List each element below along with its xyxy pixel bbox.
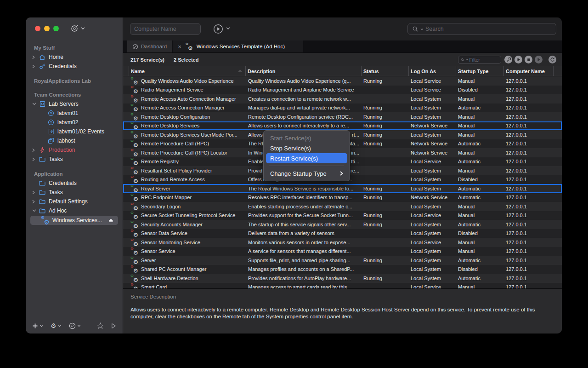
chevron-down-icon [81,27,85,30]
service-computer-name: 127.0.0.1 [504,266,554,272]
close-window-button[interactable] [35,26,40,31]
table-row[interactable]: ⚙⚙ Shell Hardware Detection Provides not… [123,274,562,283]
service-computer-name: 127.0.0.1 [504,78,554,84]
table-row[interactable]: ⚙⚙ Remote Access Auto Connection Manager… [123,94,562,104]
table-row[interactable]: ⚙⚙ Royal Server The Royal Windows Servic… [123,184,562,193]
column-header-status[interactable]: Status [362,66,409,76]
table-row[interactable]: ⚙⚙ Security Accounts Manager The startup… [123,220,562,229]
service-startup-type: Manual [456,168,504,173]
sidebar-item-labhost[interactable]: labhost [26,136,123,145]
table-row[interactable]: ⚙⚙ Server Supports file, print, and name… [123,256,562,265]
chevron-down-icon[interactable] [32,103,39,105]
column-header-name[interactable]: Name [129,66,246,76]
menu-item-change-startup-type[interactable]: Change Startup Type [264,168,350,178]
computer-name-combobox[interactable] [130,23,201,35]
table-row[interactable]: ⚙⚙ Sensor Data Service Delivers data fro… [123,229,562,238]
service-startup-type: Manual [456,213,504,218]
table-row[interactable]: ⚙⚙ Sensor Service A service for sensors … [123,247,562,256]
eject-icon[interactable] [108,218,113,223]
sync-button[interactable] [69,322,81,329]
service-startup-type: Automatic [456,159,504,164]
execute-button[interactable] [213,24,223,34]
table-row[interactable]: ⚙⚙ Remote Access Connection Manager Mana… [123,104,562,113]
table-row[interactable]: ⚙⚙ Secure Socket Tunneling Protocol Serv… [123,211,562,220]
settings-button[interactable]: ⚙ [51,322,62,329]
service-startup-type: Automatic [456,222,504,227]
menu-item-start-service: Start Service(s) [264,133,350,143]
computer-name-input[interactable] [130,23,201,34]
chevron-right-icon[interactable] [32,64,39,69]
sidebar-item-labvm02[interactable]: labvm02 [26,118,123,127]
table-row[interactable]: ⚙⚙ Radio Management Service Radio Manage… [123,86,562,95]
service-description-fragment: in... [351,150,359,155]
chevron-right-icon[interactable] [32,200,39,204]
sidebar-item-tasks[interactable]: Tasks [26,155,123,164]
table-row[interactable]: ⚙⚙ Smart Card Manages access to smart ca… [123,283,562,289]
play-icon [537,58,541,62]
start-service-button[interactable] [535,56,543,63]
chevron-right-icon[interactable] [32,190,39,195]
chevron-right-icon[interactable] [32,55,39,59]
run-play-icon[interactable] [111,323,116,329]
filter-box[interactable] [458,56,501,64]
sidebar-item-home[interactable]: Home [26,52,123,62]
close-tab-icon[interactable]: × [178,43,181,50]
refresh-icon [550,57,555,62]
service-status: Running [362,141,409,146]
sidebar-item-production[interactable]: Production [26,145,123,155]
sidebar-item-windows-services-selected[interactable]: ⚙⚙ Windows Services... [30,216,118,225]
service-description: Remote Desktop Configuration service (RD… [248,114,353,120]
chevron-down-icon[interactable] [32,209,39,212]
connect-menu-button[interactable] [71,24,85,32]
table-row[interactable]: ⚙⚙ Remote Desktop Configuration Remote D… [123,112,562,121]
service-gear-icon: ⚙⚙ [131,248,138,255]
sidebar-item-lab-servers[interactable]: Lab Servers [26,99,123,109]
table-row[interactable]: ⚙⚙ Secondary Logon Enables starting proc… [123,202,562,211]
sidebar-item-labvm01[interactable]: labvm01 [26,109,123,118]
filter-input[interactable] [469,57,498,63]
service-description: Delivers data from a variety of sensors [248,230,334,236]
column-header-description[interactable]: Description [246,66,362,76]
chevron-right-icon[interactable] [32,157,39,161]
refresh-button[interactable] [548,56,556,63]
service-name: Sensor Service [141,248,175,254]
table-row[interactable]: ⚙⚙ Shared PC Account Manager Manages pro… [123,265,562,274]
menu-item-stop-service[interactable]: Stop Service(s) [264,143,350,153]
sidebar-item-credentials[interactable]: Credentials [26,62,123,71]
minimize-window-button[interactable] [44,26,50,31]
column-header-startup-type[interactable]: Startup Type [456,66,504,76]
search-box[interactable] [407,23,556,35]
sidebar-item-labvm-events[interactable]: labvm01/02 Events [26,127,123,136]
favorite-star-icon[interactable] [97,322,104,329]
events-icon [47,128,55,135]
service-description-fragment: tti... [351,159,359,164]
restart-service-button[interactable] [514,56,522,63]
menu-item-restart-service[interactable]: Restart Service(s) [266,153,347,163]
add-button[interactable] [32,323,43,329]
column-header-computer-name[interactable]: Computer Name [504,66,554,76]
search-input[interactable] [425,26,552,32]
stop-service-button[interactable] [525,56,532,63]
sidebar-item-app-credentials[interactable]: Credentials [26,178,123,188]
sidebar-item-ad-hoc[interactable]: Ad Hoc [26,206,123,215]
sidebar-item-default-settings[interactable]: Default Settings [26,197,123,206]
chevron-right-icon[interactable] [32,148,39,152]
service-computer-name: 127.0.0.1 [504,87,554,92]
service-logon: Local System [409,114,456,120]
chevron-down-icon [466,59,468,61]
sidebar-item-app-tasks[interactable]: Tasks [26,188,123,197]
service-startup-type: Automatic [456,105,504,110]
column-header-logon[interactable]: Log On As [409,66,456,76]
properties-wrench-button[interactable] [504,56,512,63]
tab-windows-services-template[interactable]: × ⚙⚙ Windows Services Template (Ad Hoc) [173,40,303,52]
table-row[interactable]: ⚙⚙ Remote Desktop Services Allows users … [123,121,562,131]
service-description: Provides support for the Secure Socket T… [248,213,353,218]
zoom-window-button[interactable] [53,26,59,31]
tab-dashboard[interactable]: Dashboard [127,40,172,52]
table-row[interactable]: ⚙⚙ RPC Endpoint Mapper Resolves RPC inte… [123,193,562,202]
table-header: Name Description Status Log On As Startu… [123,66,562,76]
table-row[interactable]: ⚙⚙ Sensor Monitoring Service Monitors va… [123,238,562,247]
execute-dropdown-button[interactable] [226,27,230,30]
service-name: Resultant Set of Policy Provider [141,168,212,173]
table-row[interactable]: ⚙⚙ Quality Windows Audio Video Experienc… [123,76,562,86]
